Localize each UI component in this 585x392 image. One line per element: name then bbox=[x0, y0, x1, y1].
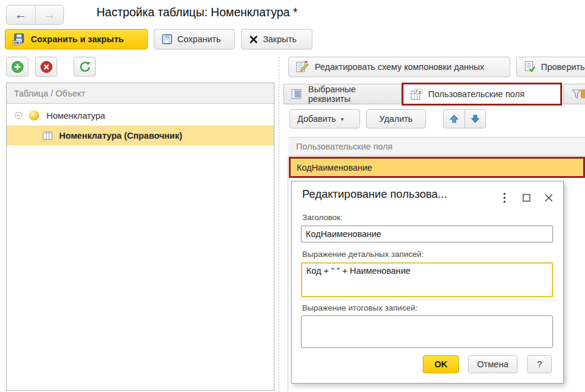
save-close-icon: OK bbox=[13, 33, 26, 45]
list-left-border bbox=[288, 156, 288, 391]
tab-selected-attributes[interactable]: Выбранные реквизиты bbox=[283, 84, 402, 104]
add-field-label: Добавить bbox=[297, 114, 336, 124]
dialog-menu-button[interactable] bbox=[497, 191, 511, 205]
detail-expression-label: Выражение детальных записей: bbox=[302, 250, 424, 259]
page-title: Настройка таблицы: Номенклатура * bbox=[96, 5, 297, 19]
red-x-icon bbox=[40, 60, 53, 74]
delete-field-button[interactable]: Удалить bbox=[366, 109, 426, 128]
back-button[interactable]: ← bbox=[7, 5, 36, 24]
title-field-input[interactable] bbox=[301, 226, 553, 242]
history-nav: ← → bbox=[6, 5, 64, 25]
close-icon bbox=[249, 35, 258, 44]
tab-label: Выбранные реквизиты bbox=[308, 84, 394, 104]
back-icon: ← bbox=[14, 8, 27, 22]
ok-button[interactable]: OK bbox=[423, 355, 459, 373]
move-up-button[interactable] bbox=[443, 109, 465, 128]
move-up-icon bbox=[449, 114, 459, 124]
save-button[interactable]: Сохранить bbox=[154, 29, 235, 49]
kebab-icon bbox=[503, 192, 506, 203]
caret-down-icon: ▾ bbox=[341, 116, 344, 122]
tab-label: Пользовательские поля bbox=[428, 89, 525, 99]
refresh-icon bbox=[79, 61, 91, 73]
delete-table-button[interactable] bbox=[35, 57, 57, 77]
help-button[interactable]: ? bbox=[527, 355, 552, 373]
app-window: ← → Настройка таблицы: Номенклатура * OK… bbox=[0, 0, 585, 392]
edit-schema-label: Редактировать схему компоновки данных bbox=[315, 62, 484, 72]
dialog-close-button[interactable] bbox=[542, 191, 556, 205]
tables-panel: Таблица / Объект Номенклатура Номенклату… bbox=[6, 83, 274, 391]
forward-icon: → bbox=[43, 8, 55, 22]
ok-label: OK bbox=[434, 359, 447, 369]
tab-user-fields[interactable]: f x Пользовательские поля bbox=[403, 84, 561, 104]
title-field-label: Заголовок: bbox=[302, 213, 343, 222]
panel-splitter[interactable] bbox=[279, 57, 279, 392]
tree-node-label: Номенклатура (Справочник) bbox=[59, 131, 182, 141]
tree-row-nomenclature[interactable]: Номенклатура bbox=[7, 106, 274, 125]
close-button[interactable]: Закрыть bbox=[241, 29, 312, 49]
move-down-button[interactable] bbox=[464, 109, 486, 128]
dialog-maximize-button[interactable] bbox=[519, 191, 534, 205]
edit-schema-button[interactable]: Редактировать схему компоновки данных bbox=[288, 57, 510, 77]
add-table-button[interactable] bbox=[6, 57, 28, 77]
save-label: Сохранить bbox=[177, 34, 221, 44]
save-and-close-button[interactable]: OK Сохранить и закрыть bbox=[5, 29, 148, 49]
save-icon bbox=[162, 34, 172, 45]
total-expression-label: Выражение итоговых записей: bbox=[302, 303, 417, 312]
tree-row-nomenclature-catalog[interactable]: Номенклатура (Справочник) bbox=[7, 125, 274, 145]
edit-schema-icon bbox=[296, 61, 310, 73]
check-button[interactable]: Проверить bbox=[516, 57, 585, 77]
move-down-icon bbox=[470, 114, 480, 124]
forward-button[interactable]: → bbox=[36, 5, 64, 24]
clipped-icon bbox=[581, 89, 585, 98]
check-label: Проверить bbox=[541, 62, 585, 72]
tables-column-header: Таблица / Объект bbox=[7, 83, 274, 104]
user-fields-fx-icon: f x bbox=[411, 89, 423, 100]
save-close-label: Сохранить и закрыть bbox=[31, 34, 124, 44]
table-icon bbox=[43, 131, 52, 141]
tree-node-label: Номенклатура bbox=[46, 111, 105, 121]
edit-user-field-dialog: Редактирование пользова... Заголовок: Вы… bbox=[291, 181, 564, 384]
dialog-close-icon bbox=[544, 193, 554, 203]
dialog-title: Редактирование пользова... bbox=[302, 188, 447, 201]
close-label: Закрыть bbox=[263, 34, 297, 44]
list-column-header: Пользовательские поля bbox=[288, 137, 585, 156]
maximize-icon bbox=[522, 194, 531, 202]
refresh-button[interactable] bbox=[74, 57, 96, 77]
check-document-icon bbox=[524, 61, 536, 73]
list-row-label: КодНаименование bbox=[297, 163, 372, 172]
cancel-label: Отмена bbox=[477, 359, 508, 369]
add-field-button[interactable]: Добавить ▾ bbox=[289, 109, 360, 128]
sphere-icon bbox=[29, 110, 39, 121]
total-expression-textarea[interactable] bbox=[301, 315, 553, 348]
cancel-button[interactable]: Отмена bbox=[468, 355, 517, 373]
plus-icon bbox=[11, 60, 24, 74]
detail-expression-textarea[interactable]: Код + " " + Наименование bbox=[301, 262, 553, 297]
help-label: ? bbox=[537, 359, 542, 369]
collapse-expander-icon[interactable] bbox=[14, 112, 22, 119]
dialog-splitter[interactable] bbox=[301, 300, 554, 300]
delete-field-label: Удалить bbox=[379, 114, 413, 124]
svg-text:OK: OK bbox=[14, 40, 20, 45]
selected-fields-icon bbox=[291, 89, 303, 100]
list-row-kodnaimenovanie[interactable]: КодНаименование bbox=[289, 157, 585, 178]
